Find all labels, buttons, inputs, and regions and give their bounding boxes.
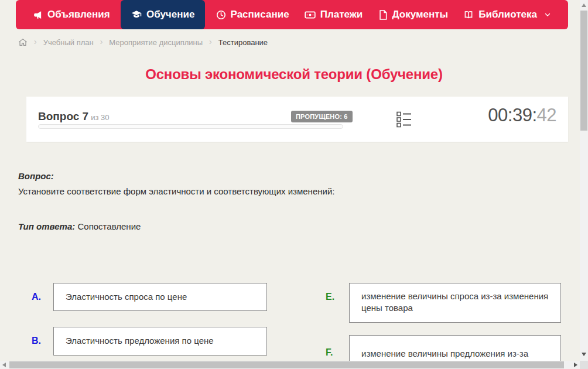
breadcrumb-item-discipline-event[interactable]: Мероприятие дисциплины <box>109 38 203 47</box>
nav-item-announcements[interactable]: Объявления <box>28 0 115 29</box>
clock-icon <box>216 10 226 20</box>
nav-item-label: Объявления <box>47 9 110 20</box>
match-option-e[interactable]: изменение величины спроса из-за изменени… <box>349 283 561 323</box>
nav-item-label: Расписание <box>231 9 289 20</box>
scroll-left-arrow-icon[interactable] <box>2 363 6 367</box>
timer-seconds: 42 <box>537 105 556 125</box>
answer-type-value: Сопоставление <box>77 221 141 231</box>
vertical-scrollbar-thumb[interactable] <box>580 11 587 131</box>
nav-item-label: Платежи <box>320 9 363 20</box>
nav-item-library[interactable]: Библиотека <box>459 0 556 29</box>
nav-item-payments[interactable]: Платежи <box>300 0 368 29</box>
book-icon <box>463 10 474 20</box>
horizontal-scrollbar[interactable] <box>0 361 580 369</box>
breadcrumb-item-study-plan[interactable]: Учебный план <box>43 38 94 47</box>
nav-item-learning[interactable]: Обучение <box>121 0 205 29</box>
page-title: Основы экономической теории (Обучение) <box>0 66 588 83</box>
banknote-icon <box>305 10 316 20</box>
question-number-label: Вопрос 7 <box>38 110 88 122</box>
graduation-cap-icon <box>131 9 142 20</box>
match-option-b[interactable]: Эластичность предложения по цене <box>53 327 267 356</box>
timer: 00:39:42 <box>488 105 556 126</box>
question-counter: из 30 <box>91 113 109 122</box>
breadcrumb: › Учебный план › Мероприятие дисциплины … <box>18 36 268 48</box>
match-letter-a: A. <box>32 292 41 302</box>
horizontal-scrollbar-thumb[interactable] <box>9 361 564 368</box>
scrollbar-corner <box>580 361 588 369</box>
answer-type: Тип ответа: Сопоставление <box>18 221 141 231</box>
match-option-a[interactable]: Эластичность спроса по цене <box>53 283 267 311</box>
nav-item-label: Документы <box>392 9 449 20</box>
home-icon[interactable] <box>18 37 28 47</box>
chevron-right-icon: › <box>100 37 103 46</box>
timer-minutes: 00:39: <box>488 105 536 125</box>
chevron-right-icon: › <box>34 37 37 46</box>
match-letter-b: B. <box>32 336 41 346</box>
top-navigation: Объявления Обучение Расписание Платежи Д… <box>16 0 568 29</box>
question-list-icon[interactable] <box>396 111 411 131</box>
skipped-badge: ПРОПУЩЕНО: 6 <box>291 111 353 122</box>
chevron-right-icon: › <box>209 37 212 46</box>
vertical-scrollbar[interactable] <box>580 0 588 361</box>
question-panel: Вопрос 7из 30 ПРОПУЩЕНО: 6 00:39:42 <box>26 97 568 142</box>
breadcrumb-item-testing: Тестирование <box>218 38 268 47</box>
match-letter-e: E. <box>326 292 334 302</box>
nav-item-documents[interactable]: Документы <box>374 0 453 29</box>
match-letter-f: F. <box>326 347 333 358</box>
question-prompt-text: Установите соответствие форм эластичност… <box>18 186 334 196</box>
answer-type-label: Тип ответа: <box>18 221 75 231</box>
question-number: Вопрос 7из 30 <box>38 110 109 123</box>
scroll-right-arrow-icon[interactable] <box>574 363 577 367</box>
nav-item-schedule[interactable]: Расписание <box>211 0 294 29</box>
document-icon <box>378 10 388 20</box>
megaphone-icon <box>33 10 43 20</box>
scroll-up-arrow-icon[interactable] <box>582 4 586 7</box>
nav-item-label: Обучение <box>146 9 194 20</box>
chevron-down-icon <box>544 11 551 18</box>
nav-item-label: Библиотека <box>478 9 537 20</box>
progress-bar <box>38 124 343 129</box>
scroll-down-arrow-icon[interactable] <box>582 353 586 356</box>
question-prompt-label: Вопрос: <box>18 171 54 181</box>
